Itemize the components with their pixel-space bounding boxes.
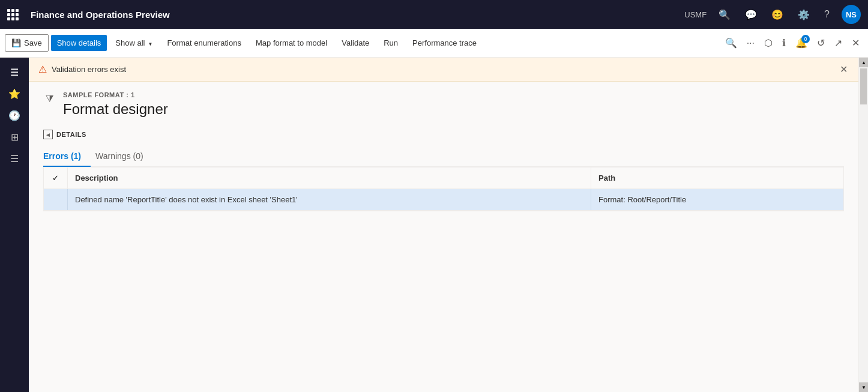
filter-row: ⧩ SAMPLE FORMAT : 1 Format designer (43, 91, 844, 127)
nav-favorites-icon[interactable]: ⭐ (5, 84, 24, 103)
tab-errors-label: Errors (1) (43, 151, 81, 161)
more-options-button[interactable]: ··· (743, 34, 758, 52)
left-nav: ☰ ⭐ 🕐 ⊞ ☰ (0, 58, 29, 392)
help-button[interactable]: ? (822, 7, 832, 22)
validate-label: Validate (342, 38, 369, 47)
close-button[interactable]: ✕ (848, 34, 863, 52)
avatar[interactable]: NS (842, 5, 861, 24)
col-extra-header (759, 167, 843, 188)
page-title: Format designer (63, 101, 168, 118)
performance-trace-button[interactable]: Performance trace (406, 35, 483, 51)
close-banner-button[interactable]: ✕ (839, 62, 849, 76)
chevron-down-icon (148, 38, 153, 47)
validation-banner-text: Validation errors exist (52, 65, 834, 74)
app-name: Finance and Operations Preview (26, 10, 677, 20)
notification-badge[interactable]: 🔔 0 (792, 34, 811, 52)
errors-table: ✓ Description Path Defined name 'ReportT… (43, 167, 844, 211)
validate-button[interactable]: Validate (336, 35, 375, 51)
table-row[interactable]: Defined name 'ReportTitle' does not exis… (44, 189, 843, 211)
row-check (44, 189, 68, 210)
tab-warnings-label: Warnings (0) (95, 151, 143, 161)
col-path-header: Path (591, 167, 759, 188)
row-path: Format: Root/Report/Title (591, 189, 759, 210)
save-icon: 💾 (11, 38, 21, 47)
scrollbar-thumb[interactable] (860, 68, 867, 104)
details-section: ◄ DETAILS Errors (1) Warnings (0) (43, 130, 844, 211)
performance-trace-label: Performance trace (412, 38, 477, 47)
scroll-down-button[interactable]: ▼ (859, 382, 868, 392)
details-header[interactable]: ◄ DETAILS (43, 130, 844, 139)
scroll-up-button[interactable]: ▲ (859, 58, 868, 67)
main-content: ⚠ Validation errors exist ✕ ⧩ SAMPLE FOR… (29, 58, 858, 392)
tabs: Errors (1) Warnings (0) (43, 146, 844, 167)
nav-workspaces-icon[interactable]: ⊞ (5, 127, 24, 146)
waffle-icon[interactable] (7, 9, 19, 20)
table-header: ✓ Description Path (44, 167, 843, 189)
info-button[interactable]: ℹ (779, 34, 789, 52)
check-header-icon: ✓ (52, 173, 59, 182)
tab-errors[interactable]: Errors (1) (43, 146, 91, 167)
validation-banner: ⚠ Validation errors exist ✕ (29, 58, 858, 82)
filter-button[interactable]: ⧩ (43, 91, 56, 107)
show-all-button[interactable]: Show all (109, 35, 158, 51)
save-button[interactable]: 💾 Save (5, 34, 49, 52)
title-bar: Finance and Operations Preview USMF 🔍 💬 … (0, 0, 868, 29)
path-header-label: Path (598, 173, 615, 182)
row-description: Defined name 'ReportTitle' does not exis… (68, 189, 591, 210)
warning-icon: ⚠ (38, 64, 47, 75)
show-all-label: Show all (115, 38, 145, 47)
emoji-button[interactable]: 😊 (769, 7, 786, 23)
refresh-button[interactable]: ↺ (813, 34, 828, 52)
page-meta: SAMPLE FORMAT : 1 (63, 91, 168, 98)
show-details-button[interactable]: Show details (51, 35, 107, 51)
map-format-button[interactable]: Map format to model (250, 35, 333, 51)
col-description-header: Description (68, 167, 591, 188)
scrollbar-track (859, 67, 868, 382)
run-label: Run (384, 38, 398, 47)
layout: ☰ ⭐ 🕐 ⊞ ☰ ⚠ Validation errors exist ✕ ⧩ … (0, 58, 868, 392)
command-bar-right: 🔍 ··· ⬡ ℹ 🔔 0 ↺ ↗ ✕ (722, 34, 863, 52)
save-label: Save (24, 38, 42, 47)
page-content: ⧩ SAMPLE FORMAT : 1 Format designer ◄ DE… (29, 82, 858, 392)
nav-recent-icon[interactable]: 🕐 (5, 106, 24, 125)
nav-modules-icon[interactable]: ☰ (5, 149, 24, 168)
tab-warnings[interactable]: Warnings (0) (95, 146, 153, 167)
format-enumerations-label: Format enumerations (167, 38, 241, 47)
title-bar-right: USMF 🔍 💬 😊 ⚙️ ? NS (684, 5, 861, 24)
command-bar: 💾 Save Show details Show all Format enum… (0, 29, 868, 58)
settings-button[interactable]: ⚙️ (795, 7, 812, 23)
pop-out-button[interactable]: ↗ (831, 34, 846, 52)
row-extra (759, 189, 843, 210)
run-button[interactable]: Run (378, 35, 404, 51)
search-title-button[interactable]: 🔍 (716, 7, 733, 23)
details-toggle-icon: ◄ (43, 130, 53, 139)
notification-count: 0 (801, 35, 810, 43)
description-header-label: Description (75, 173, 118, 182)
col-check-header: ✓ (44, 167, 68, 188)
nav-home-icon[interactable]: ☰ (5, 62, 24, 82)
designer-button[interactable]: ⬡ (761, 34, 776, 52)
search-cmd-button[interactable]: 🔍 (722, 34, 741, 52)
org-label: USMF (684, 10, 707, 19)
show-details-label: Show details (57, 38, 101, 47)
details-label: DETAILS (56, 131, 86, 138)
format-enumerations-button[interactable]: Format enumerations (161, 35, 247, 51)
right-scrollbar: ▲ ▼ (858, 58, 868, 392)
chat-button[interactable]: 💬 (743, 7, 759, 23)
map-format-label: Map format to model (256, 38, 327, 47)
